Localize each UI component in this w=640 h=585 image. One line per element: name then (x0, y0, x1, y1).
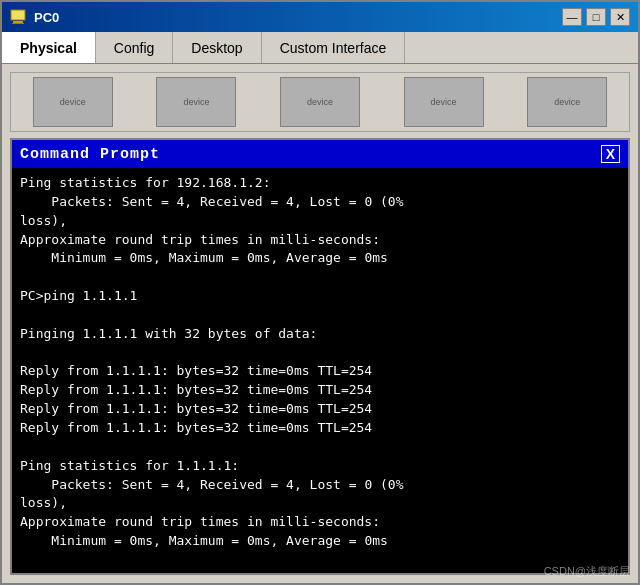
tab-physical[interactable]: Physical (2, 32, 96, 63)
cmd-output: Ping statistics for 192.168.1.2: Packets… (20, 174, 620, 573)
title-bar: PC0 — □ ✕ (2, 2, 638, 32)
device-img-3: device (280, 77, 360, 127)
pc-icon (10, 8, 28, 26)
main-window: PC0 — □ ✕ Physical Config Desktop Custom… (0, 0, 640, 585)
window-close-button[interactable]: ✕ (610, 8, 630, 26)
device-img-4: device (404, 77, 484, 127)
tab-bar: Physical Config Desktop Custom Interface (2, 32, 638, 64)
cmd-title-text: Command Prompt (20, 146, 160, 163)
window-controls: — □ ✕ (562, 8, 630, 26)
cmd-body[interactable]: Ping statistics for 192.168.1.2: Packets… (12, 168, 628, 573)
tab-desktop[interactable]: Desktop (173, 32, 261, 63)
device-img-5: device (527, 77, 607, 127)
watermark: CSDN@浅度断层 (544, 564, 630, 579)
cmd-title-bar: Command Prompt X (12, 140, 628, 168)
maximize-button[interactable]: □ (586, 8, 606, 26)
command-prompt-window: Command Prompt X Ping statistics for 192… (10, 138, 630, 575)
device-images-strip: device device device device device (10, 72, 630, 132)
tab-custom-interface[interactable]: Custom Interface (262, 32, 406, 63)
tab-config[interactable]: Config (96, 32, 173, 63)
svg-rect-1 (13, 21, 23, 23)
minimize-button[interactable]: — (562, 8, 582, 26)
device-img-1: device (33, 77, 113, 127)
svg-rect-2 (12, 23, 24, 24)
content-area: device device device device device Comma… (2, 64, 638, 583)
window-title: PC0 (34, 10, 556, 25)
cmd-close-button[interactable]: X (601, 145, 620, 164)
device-img-2: device (156, 77, 236, 127)
svg-rect-0 (11, 10, 25, 20)
